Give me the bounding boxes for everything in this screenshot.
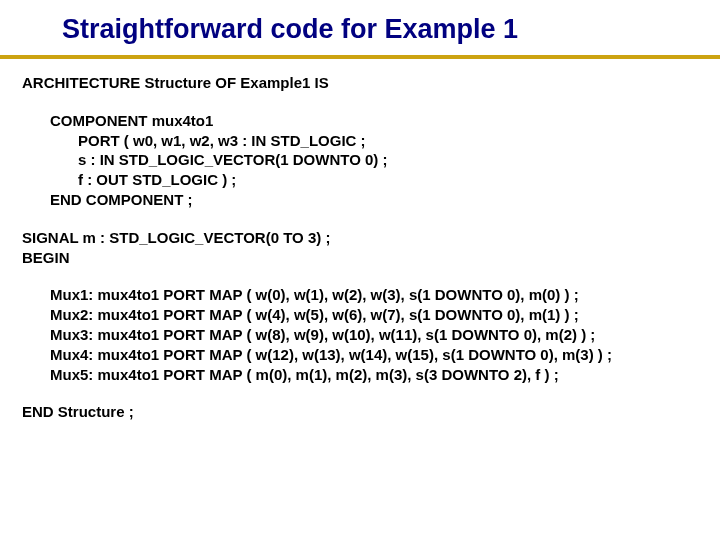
component-decl: COMPONENT mux4to1 [50, 111, 720, 131]
mux3-line: Mux3: mux4to1 PORT MAP ( w(8), w(9), w(1… [50, 325, 720, 345]
mux4-line: Mux4: mux4to1 PORT MAP ( w(12), w(13), w… [50, 345, 720, 365]
end-structure-line: END Structure ; [22, 402, 720, 422]
end-component: END COMPONENT ; [50, 190, 720, 210]
signal-line: SIGNAL m : STD_LOGIC_VECTOR(0 TO 3) ; [22, 228, 720, 248]
mux-instantiations: Mux1: mux4to1 PORT MAP ( w(0), w(1), w(2… [22, 285, 720, 384]
slide-title: Straightforward code for Example 1 [62, 14, 720, 45]
port-line-2: s : IN STD_LOGIC_VECTOR(1 DOWNTO 0) ; [50, 150, 720, 170]
architecture-line: ARCHITECTURE Structure OF Example1 IS [22, 73, 720, 93]
port-line-1: PORT ( w0, w1, w2, w3 : IN STD_LOGIC ; [50, 131, 720, 151]
mux1-line: Mux1: mux4to1 PORT MAP ( w(0), w(1), w(2… [50, 285, 720, 305]
signal-begin-block: SIGNAL m : STD_LOGIC_VECTOR(0 TO 3) ; BE… [22, 228, 720, 268]
begin-line: BEGIN [22, 248, 720, 268]
mux2-line: Mux2: mux4to1 PORT MAP ( w(4), w(5), w(6… [50, 305, 720, 325]
code-content: ARCHITECTURE Structure OF Example1 IS CO… [0, 59, 720, 422]
port-line-3: f : OUT STD_LOGIC ) ; [50, 170, 720, 190]
mux5-line: Mux5: mux4to1 PORT MAP ( m(0), m(1), m(2… [50, 365, 720, 385]
component-block: COMPONENT mux4to1 PORT ( w0, w1, w2, w3 … [22, 111, 720, 210]
